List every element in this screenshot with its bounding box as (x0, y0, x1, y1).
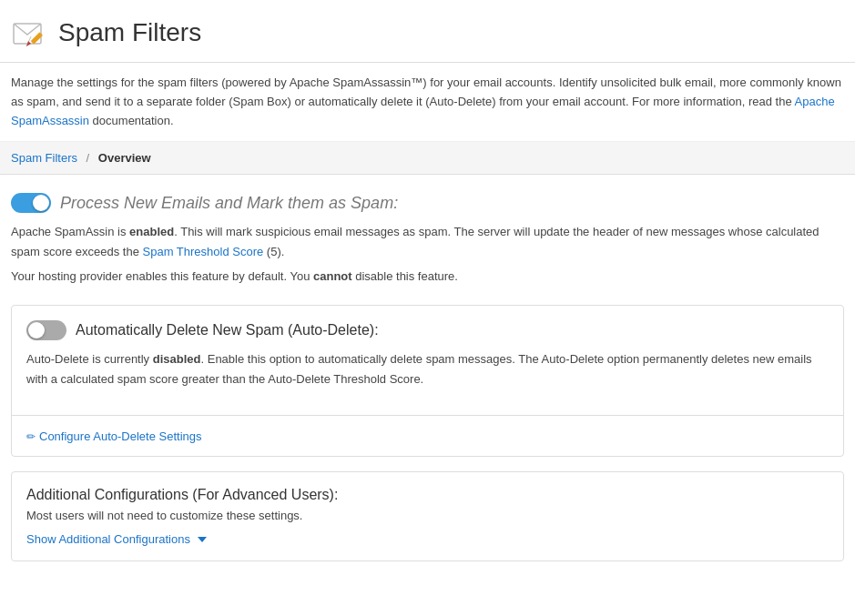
process-toggle[interactable] (11, 193, 51, 213)
process-body: Apache SpamAssin is enabled. This will m… (11, 222, 844, 286)
additional-config-subtitle: Most users will not need to customize th… (26, 509, 829, 522)
additional-config-card: Additional Configurations (For Advanced … (11, 471, 844, 561)
breadcrumb-separator: / (87, 151, 90, 165)
process-cannot-text: cannot (313, 269, 352, 283)
page-title: Spam Filters (58, 18, 201, 47)
main-content: Process New Emails and Mark them as Spam… (0, 175, 855, 587)
auto-delete-body: Auto-Delete is currently disabled. Enabl… (26, 349, 829, 389)
chevron-down-icon (198, 537, 207, 542)
process-body-line2: Your hosting provider enables this featu… (11, 267, 844, 287)
process-heading: Process New Emails and Mark them as Spam… (60, 194, 398, 213)
show-additional-link[interactable]: Show Additional Configurations (26, 532, 207, 546)
additional-config-inner: Additional Configurations (For Advanced … (12, 472, 843, 560)
breadcrumb: Spam Filters / Overview (0, 142, 855, 175)
process-enabled-text: enabled (129, 225, 174, 238)
auto-delete-card: Automatically Delete New Spam (Auto-Dele… (11, 305, 844, 458)
auto-delete-card-inner: Automatically Delete New Spam (Auto-Dele… (12, 306, 843, 415)
breadcrumb-parent[interactable]: Spam Filters (11, 151, 77, 165)
spam-threshold-value: (5). (263, 245, 284, 258)
process-section: Process New Emails and Mark them as Spam… (11, 193, 844, 286)
page-header: Spam Filters (0, 0, 855, 63)
process-line2-prefix: Your hosting provider enables this featu… (11, 269, 313, 283)
process-title-row: Process New Emails and Mark them as Spam… (11, 193, 844, 213)
description-text: Manage the settings for the spam filters… (11, 76, 841, 108)
auto-delete-prefix: Auto-Delete is currently (26, 352, 153, 366)
spam-filters-icon (11, 15, 47, 51)
show-additional-text: Show Additional Configurations (26, 532, 190, 546)
auto-delete-toggle-knob (28, 322, 45, 338)
auto-delete-title-row: Automatically Delete New Spam (Auto-Dele… (26, 320, 829, 340)
breadcrumb-current: Overview (98, 151, 151, 165)
auto-delete-heading: Automatically Delete New Spam (Auto-Dele… (76, 322, 379, 338)
pencil-icon: ✏ (26, 430, 36, 443)
additional-config-heading: Additional Configurations (For Advanced … (26, 487, 829, 503)
auto-delete-toggle[interactable] (26, 320, 66, 340)
auto-delete-status: disabled (153, 352, 201, 366)
description-suffix: documentation. (93, 114, 174, 127)
spam-threshold-link[interactable]: Spam Threshold Score (143, 245, 264, 258)
process-toggle-knob (33, 195, 49, 211)
configure-auto-delete-link[interactable]: ✏ Configure Auto-Delete Settings (26, 429, 202, 443)
configure-link-text: Configure Auto-Delete Settings (39, 429, 202, 443)
auto-delete-footer: ✏ Configure Auto-Delete Settings (12, 416, 843, 457)
process-line2-suffix: disable this feature. (352, 269, 458, 283)
process-body-line1: Apache SpamAssin is enabled. This will m… (11, 222, 844, 262)
page-description: Manage the settings for the spam filters… (0, 63, 855, 142)
